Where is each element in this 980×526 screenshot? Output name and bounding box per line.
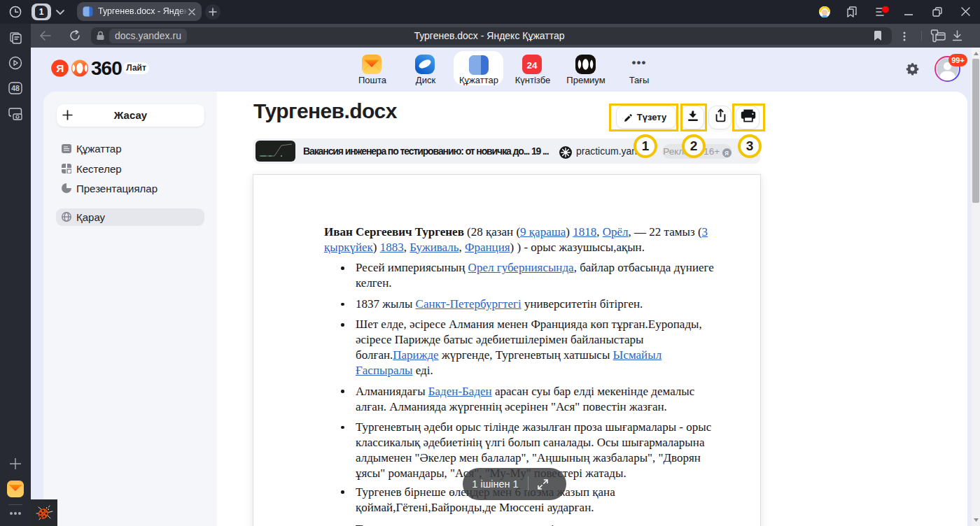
svg-text:Я: Я <box>56 62 64 74</box>
svg-text:24: 24 <box>526 60 538 71</box>
